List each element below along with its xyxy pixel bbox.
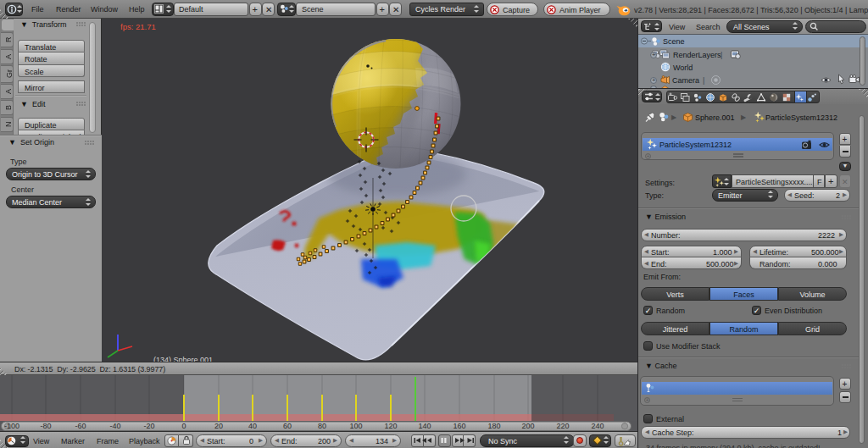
svg-text:60: 60 — [283, 422, 292, 430]
svg-text:-20: -20 — [143, 422, 154, 430]
svg-text:180: 180 — [487, 422, 500, 430]
svg-text:-60: -60 — [75, 422, 86, 430]
svg-text:140: 140 — [418, 422, 431, 430]
svg-text:80: 80 — [318, 422, 326, 430]
svg-text:240: 240 — [591, 422, 604, 430]
svg-text:160: 160 — [453, 422, 465, 430]
svg-text:-100: -100 — [4, 422, 19, 430]
svg-text:-80: -80 — [40, 422, 51, 430]
svg-text:220: 220 — [556, 422, 569, 430]
svg-text:200: 200 — [521, 422, 534, 430]
svg-text:40: 40 — [248, 422, 257, 430]
svg-text:-40: -40 — [109, 422, 120, 430]
svg-text:20: 20 — [214, 422, 223, 430]
svg-text:100: 100 — [349, 422, 362, 430]
svg-text:0: 0 — [181, 422, 186, 430]
svg-text:120: 120 — [384, 422, 397, 430]
